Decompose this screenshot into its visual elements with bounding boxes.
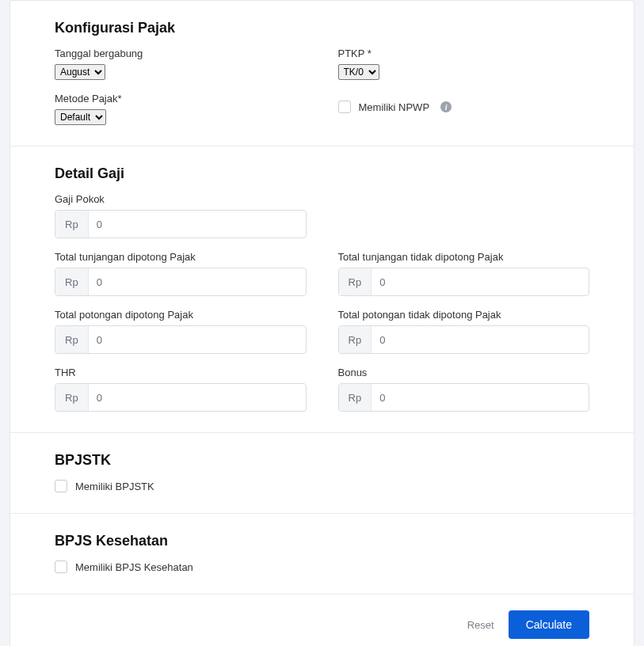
join-date-select[interactable]: August <box>55 64 105 80</box>
salary-section: Detail Gaji Gaji Pokok Rp Total tunjanga… <box>10 146 634 433</box>
bpjs-health-checkbox-label: Memiliki BPJS Kesehatan <box>75 561 193 573</box>
ptkp-select[interactable]: TK/0 <box>338 64 379 80</box>
bpjs-health-title: BPJS Kesehatan <box>55 533 589 549</box>
allowance-taxed-input[interactable] <box>89 268 306 295</box>
currency-prefix: Rp <box>339 268 372 295</box>
allowance-taxed-label: Total tunjangan dipotong Pajak <box>55 251 307 263</box>
currency-prefix: Rp <box>55 211 89 238</box>
deduction-taxed-label: Total potongan dipotong Pajak <box>55 309 307 321</box>
allowance-untaxed-label: Total tunjangan tidak dipotong Pajak <box>338 251 590 263</box>
bpjs-health-checkbox[interactable] <box>55 560 67 573</box>
currency-prefix: Rp <box>339 326 372 353</box>
thr-input[interactable] <box>89 384 306 411</box>
salary-title: Detail Gaji <box>55 165 589 182</box>
calculate-button[interactable]: Calculate <box>509 610 589 639</box>
bpjstk-checkbox-label: Memiliki BPJSTK <box>75 481 154 492</box>
allowance-untaxed-input[interactable] <box>372 268 589 295</box>
ptkp-label: PTKP * <box>338 48 590 59</box>
tax-method-label: Metode Pajak* <box>55 93 307 104</box>
form-container: Konfigurasi Pajak Tanggal bergabung Augu… <box>10 0 634 646</box>
info-icon[interactable]: i <box>440 101 452 112</box>
bpjstk-checkbox[interactable] <box>55 480 67 492</box>
deduction-untaxed-label: Total potongan tidak dipotong Pajak <box>338 309 590 321</box>
currency-prefix: Rp <box>55 384 89 411</box>
join-date-label: Tanggal bergabung <box>55 48 307 59</box>
bonus-input[interactable] <box>372 384 589 411</box>
bonus-label: Bonus <box>338 367 590 378</box>
base-salary-label: Gaji Pokok <box>55 193 307 205</box>
deduction-taxed-input[interactable] <box>89 326 306 353</box>
npwp-checkbox[interactable] <box>338 101 351 113</box>
tax-method-select[interactable]: Default <box>55 109 106 125</box>
base-salary-input[interactable] <box>89 211 306 238</box>
bpjstk-title: BPJSTK <box>55 452 589 469</box>
tax-config-section: Konfigurasi Pajak Tanggal bergabung Augu… <box>10 1 634 146</box>
reset-button[interactable]: Reset <box>467 619 494 631</box>
form-footer: Reset Calculate <box>10 595 634 646</box>
currency-prefix: Rp <box>55 268 89 295</box>
bpjstk-section: BPJSTK Memiliki BPJSTK <box>10 433 634 514</box>
tax-config-title: Konfigurasi Pajak <box>55 20 589 36</box>
thr-label: THR <box>55 367 307 378</box>
currency-prefix: Rp <box>339 384 372 411</box>
npwp-label: Memiliki NPWP <box>359 101 430 113</box>
deduction-untaxed-input[interactable] <box>372 326 589 353</box>
bpjs-health-section: BPJS Kesehatan Memiliki BPJS Kesehatan <box>10 514 634 595</box>
currency-prefix: Rp <box>55 326 89 353</box>
